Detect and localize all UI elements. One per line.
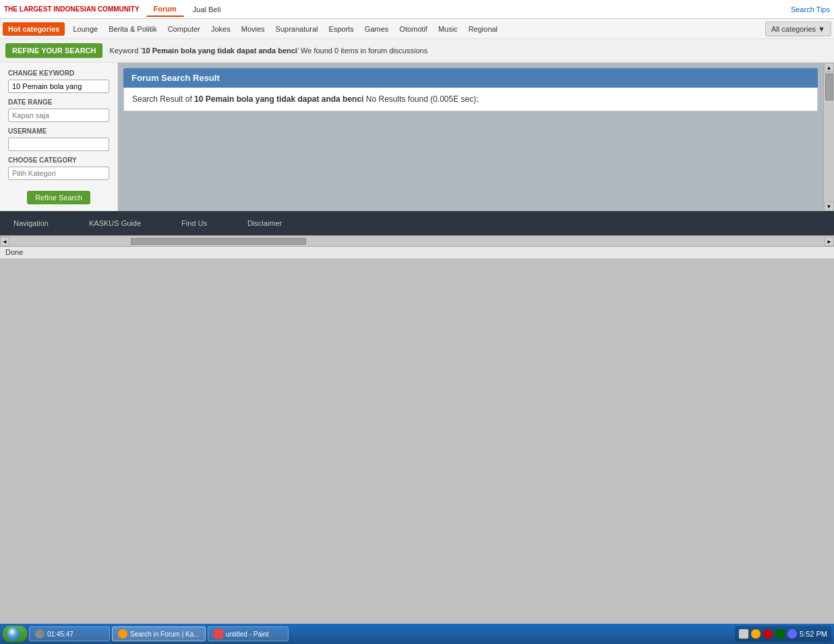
browser-icon <box>118 629 127 639</box>
footer-find-us[interactable]: Find Us <box>181 219 207 227</box>
jualbeli-tab[interactable]: Jual Beli <box>185 2 229 17</box>
clock-icon <box>35 629 44 639</box>
cat-games[interactable]: Games <box>359 22 394 36</box>
start-button[interactable] <box>3 626 27 642</box>
taskbar-time: 5:52 PM <box>800 630 827 638</box>
scroll-down-arrow[interactable]: ▼ <box>825 202 834 211</box>
keyword-input[interactable] <box>8 80 109 93</box>
search-tips-link[interactable]: Search Tips <box>791 5 830 13</box>
hot-categories-btn[interactable]: Hot categories <box>3 22 65 36</box>
cat-lounge[interactable]: Lounge <box>67 22 103 36</box>
cat-esports[interactable]: Esports <box>324 22 359 36</box>
result-prefix: Search Result of <box>132 94 194 104</box>
scroll-left-arrow[interactable]: ◄ <box>0 237 9 246</box>
tray-icon-4 <box>775 629 785 639</box>
scroll-up-arrow[interactable]: ▲ <box>825 63 834 72</box>
cat-berita[interactable]: Berita & Politik <box>103 22 162 36</box>
site-title: THE LARGEST INDONESIAN COMMUNITY <box>4 5 140 13</box>
result-header: Forum Search Result <box>123 68 818 88</box>
windows-orb-icon <box>7 627 20 641</box>
forum-tab[interactable]: Forum <box>146 1 184 17</box>
all-categories-btn[interactable]: All categories ▼ <box>765 22 831 36</box>
status-bar: Done <box>0 246 834 258</box>
refine-search-top-btn[interactable]: REFINE YOUR SEARCH <box>5 43 102 58</box>
category-label: CHOOSE CATEGORY <box>8 156 109 164</box>
scroll-right-arrow[interactable]: ► <box>825 237 834 246</box>
system-tray: 5:52 PM <box>735 626 831 642</box>
cat-movies[interactable]: Movies <box>236 22 270 36</box>
refine-keyword: 10 Pemain bola yang tidak dapat anda ben… <box>142 47 297 55</box>
result-keyword: 10 Pemain bola yang tidak dapat anda ben… <box>194 94 363 104</box>
taskbar-clock-label: 01:45:47 <box>47 631 73 638</box>
cat-otomotif[interactable]: Otomotif <box>394 22 433 36</box>
refine-info: Keyword '10 Pemain bola yang tidak dapat… <box>109 47 427 55</box>
cat-jokes[interactable]: Jokes <box>206 22 236 36</box>
keyword-label: CHANGE KEYWORD <box>8 69 109 77</box>
h-scroll-thumb[interactable] <box>131 238 306 245</box>
date-range-label: DATE RANGE <box>8 98 109 106</box>
footer-navigation[interactable]: Navigation <box>13 219 49 227</box>
cat-music[interactable]: Music <box>433 22 463 36</box>
taskbar-browser-label: Search in Forum | Ka... <box>130 631 200 638</box>
date-range-input[interactable] <box>8 109 109 122</box>
paint-icon <box>214 629 223 639</box>
scroll-thumb[interactable] <box>825 74 833 100</box>
taskbar-btn-browser[interactable]: Search in Forum | Ka... <box>112 626 206 641</box>
cat-computer[interactable]: Computer <box>162 22 206 36</box>
cat-supranatural[interactable]: Supranatural <box>270 22 324 36</box>
tray-icon-5 <box>787 629 797 639</box>
taskbar-btn-clock[interactable]: 01:45:47 <box>29 626 110 641</box>
tray-icon-1 <box>739 629 748 639</box>
footer-kaskus-guide[interactable]: KASKUS Guide <box>89 219 141 227</box>
username-label: USERNAME <box>8 127 109 135</box>
taskbar-paint-label: untitled - Paint <box>226 631 269 638</box>
tray-icon-3 <box>763 629 773 639</box>
cat-regional[interactable]: Regional <box>463 22 503 36</box>
tray-icon-2 <box>751 629 761 639</box>
footer-disclaimer[interactable]: Disclaimer <box>247 219 282 227</box>
taskbar: 01:45:47 Search in Forum | Ka... untitle… <box>0 624 834 644</box>
category-input[interactable] <box>8 167 109 180</box>
username-input[interactable] <box>8 138 109 151</box>
result-suffix: No Results found (0.005E sec); <box>363 94 478 104</box>
refine-search-btn[interactable]: Refine Search <box>27 191 90 204</box>
taskbar-btn-paint[interactable]: untitled - Paint <box>208 626 289 641</box>
